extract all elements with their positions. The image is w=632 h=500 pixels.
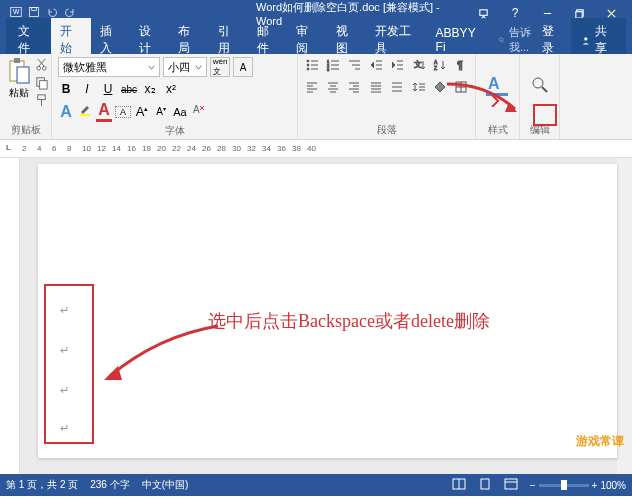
strike-button[interactable]: abc: [121, 84, 137, 95]
ruler-mark: 38: [292, 140, 307, 157]
status-words[interactable]: 236 个字: [90, 478, 129, 492]
share-label: 共享: [595, 23, 616, 57]
menu-bar: 文件 开始 插入 设计 布局 引用 邮件 审阅 视图 开发工具 ABBYY Fi…: [0, 26, 632, 54]
ribbon: 粘贴 剪贴板 微软雅黑 小四 wén文 A B I U abc x₂: [0, 54, 632, 140]
find-icon[interactable]: [529, 74, 551, 104]
read-mode-icon[interactable]: [452, 478, 466, 492]
zoom-out-icon[interactable]: −: [530, 480, 536, 491]
italic-button[interactable]: I: [79, 82, 95, 96]
font-name-select[interactable]: 微软雅黑: [58, 57, 160, 77]
superscript-button[interactable]: x²: [163, 82, 179, 96]
ruler-mark: 12: [97, 140, 112, 157]
paragraph-mark: ↵: [60, 344, 69, 357]
status-page[interactable]: 第 1 页，共 2 页: [6, 478, 78, 492]
ruler-mark: 8: [67, 140, 82, 157]
underline-button[interactable]: U: [100, 82, 116, 96]
distribute-icon[interactable]: [390, 79, 405, 95]
document-page[interactable]: ↵ ↵ ↵ ↵ 选中后点击Backspace或者delete删除: [38, 164, 617, 458]
ribbon-options-icon[interactable]: [468, 3, 498, 23]
multilevel-icon[interactable]: [347, 57, 362, 73]
group-paragraph: 123 文 AZ ¶ 段落: [298, 54, 476, 139]
tab-selector[interactable]: L: [6, 143, 11, 152]
ruler-mark: 2: [22, 140, 37, 157]
vertical-ruler[interactable]: [0, 158, 20, 474]
ruler-mark: 28: [217, 140, 232, 157]
status-bar: 第 1 页，共 2 页 236 个字 中文(中国) − + 100%: [0, 474, 632, 496]
shading-icon[interactable]: [432, 79, 447, 95]
svg-rect-15: [17, 67, 29, 83]
copy-icon[interactable]: [34, 75, 49, 90]
font-size-select[interactable]: 小四: [163, 57, 207, 77]
decrease-indent-icon[interactable]: [368, 57, 383, 73]
show-marks-icon[interactable]: ¶: [454, 57, 469, 73]
ruler-mark: 10: [82, 140, 97, 157]
phonetic-guide-icon[interactable]: wén文: [210, 57, 230, 77]
document-area: ↵ ↵ ↵ ↵ 选中后点击Backspace或者delete删除 游戏常谭: [0, 158, 632, 474]
paste-button[interactable]: 粘贴: [6, 57, 32, 121]
line-spacing-icon[interactable]: [411, 79, 426, 95]
svg-line-19: [39, 59, 46, 67]
tell-me-label: 告诉我...: [509, 25, 534, 55]
cut-icon[interactable]: [34, 57, 49, 72]
svg-text:3: 3: [327, 67, 330, 72]
ruler-mark: 26: [202, 140, 217, 157]
web-layout-icon[interactable]: [504, 478, 518, 492]
zoom-level[interactable]: 100%: [600, 480, 626, 491]
styles-icon[interactable]: A: [484, 71, 512, 107]
sort-icon[interactable]: AZ: [432, 57, 447, 73]
annotation-instruction: 选中后点击Backspace或者delete删除: [208, 309, 490, 333]
svg-point-28: [307, 64, 309, 66]
align-right-icon[interactable]: [347, 79, 362, 95]
bold-button[interactable]: B: [58, 82, 74, 96]
group-font: 微软雅黑 小四 wén文 A B I U abc x₂ x² A A A A▴ …: [52, 54, 298, 139]
svg-rect-21: [40, 81, 48, 89]
borders-icon[interactable]: [454, 79, 469, 95]
svg-line-18: [38, 59, 45, 67]
clear-format-icon[interactable]: A: [191, 103, 207, 121]
status-lang[interactable]: 中文(中国): [142, 478, 189, 492]
grow-font-icon[interactable]: A▴: [134, 104, 150, 119]
highlight-icon[interactable]: [77, 103, 93, 121]
text-effects-icon[interactable]: A: [58, 103, 74, 121]
clipboard-label: 剪贴板: [6, 121, 45, 139]
align-left-icon[interactable]: [304, 79, 319, 95]
svg-text:A: A: [488, 75, 500, 92]
minimize-icon[interactable]: [532, 3, 562, 23]
svg-text:文: 文: [414, 60, 422, 69]
print-layout-icon[interactable]: [478, 478, 492, 492]
tell-me[interactable]: 告诉我...: [498, 25, 534, 55]
svg-text:¶: ¶: [457, 59, 463, 71]
ruler-mark: 40: [307, 140, 322, 157]
subscript-button[interactable]: x₂: [142, 82, 158, 96]
ruler-mark: 36: [277, 140, 292, 157]
svg-point-30: [307, 68, 309, 70]
vertical-scrollbar[interactable]: [617, 158, 632, 474]
svg-line-11: [502, 41, 503, 42]
help-icon[interactable]: ?: [500, 3, 530, 23]
svg-rect-7: [575, 11, 581, 17]
ruler-mark: 22: [172, 140, 187, 157]
bullets-icon[interactable]: [304, 57, 319, 73]
text-direction-icon[interactable]: 文: [411, 57, 426, 73]
format-painter-icon[interactable]: [34, 93, 49, 108]
svg-rect-2: [30, 8, 39, 17]
zoom-slider[interactable]: − + 100%: [530, 480, 626, 491]
zoom-in-icon[interactable]: +: [592, 480, 598, 491]
font-color-icon[interactable]: A: [96, 101, 112, 122]
char-shading-icon[interactable]: A: [115, 106, 131, 118]
justify-icon[interactable]: [368, 79, 383, 95]
edit-label: 编辑: [526, 121, 553, 139]
svg-point-26: [307, 60, 309, 62]
increase-indent-icon[interactable]: [390, 57, 405, 73]
ruler-mark: 14: [112, 140, 127, 157]
sign-in[interactable]: 登录: [534, 23, 571, 57]
svg-rect-14: [14, 58, 20, 63]
paste-label: 粘贴: [9, 86, 29, 100]
numbering-icon[interactable]: 123: [325, 57, 340, 73]
align-center-icon[interactable]: [325, 79, 340, 95]
change-case-icon[interactable]: Aa: [172, 106, 188, 118]
char-border-icon[interactable]: A: [233, 57, 253, 77]
group-styles: A 样式: [476, 54, 520, 139]
shrink-font-icon[interactable]: A▾: [153, 105, 169, 117]
horizontal-ruler[interactable]: L 246810121416182022242628303234363840: [0, 140, 632, 158]
